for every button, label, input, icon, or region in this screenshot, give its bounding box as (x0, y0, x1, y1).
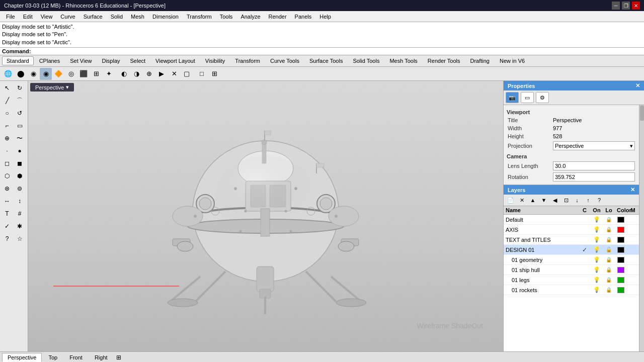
tool-rotate2[interactable]: ↺ (14, 107, 26, 119)
tool-question[interactable]: ? (1, 233, 13, 245)
menu-analyze[interactable]: Analyze (236, 13, 264, 21)
layer-row[interactable]: TEXT and TITLES 💡 🔒 (504, 235, 639, 245)
layer-import-btn[interactable]: ↓ (572, 196, 582, 205)
menu-dimension[interactable]: Dimension (148, 13, 183, 21)
viewport-expand-icon[interactable]: ⊞ (114, 353, 123, 362)
layer-on-cell[interactable]: 💡 (591, 216, 603, 223)
prop-lens-input[interactable]: 30.0 (553, 161, 635, 170)
menu-file[interactable]: File (2, 13, 19, 21)
tool-arc[interactable]: ⌒ (14, 95, 26, 107)
layers-close-icon[interactable]: ✕ (630, 187, 635, 193)
layer-color-cell[interactable] (615, 257, 627, 263)
layer-row[interactable]: 01 rockets 💡 🔒 (504, 285, 639, 295)
viewport-area[interactable]: Perspective ▾ (28, 81, 503, 351)
tool-draw-line[interactable]: ╱ (1, 95, 13, 107)
layer-row[interactable]: Default 💡 🔒 (504, 215, 639, 225)
layer-row[interactable]: AXIS 💡 🔒 (504, 225, 639, 235)
tool-circle[interactable]: ⬤ (15, 68, 27, 80)
menu-surface[interactable]: Surface (79, 13, 107, 21)
right-panel-scrollbar[interactable] (639, 105, 644, 351)
tool-polyline[interactable]: ⌐ (1, 120, 13, 132)
layer-lock-cell[interactable]: 🔒 (603, 237, 615, 242)
tool-arrow[interactable]: ↖ (1, 82, 13, 94)
prop-tab-camera[interactable]: 📷 (506, 92, 519, 103)
toolbar-tab-transform[interactable]: Transform (230, 56, 265, 65)
toolbar-tab-curvetools[interactable]: Curve Tools (266, 56, 304, 65)
layer-on-cell[interactable]: 💡 (591, 277, 603, 283)
tool-deselect[interactable]: ✕ (168, 68, 180, 80)
menu-solid[interactable]: Solid (107, 13, 127, 21)
toolbar-tab-setview[interactable]: Set View (65, 56, 96, 65)
tool-dot[interactable]: ● (14, 145, 26, 157)
toolbar-tab-standard[interactable]: Standard (2, 56, 34, 65)
toolbar-tab-viewport[interactable]: Viewport Layout (151, 56, 200, 65)
tool-point[interactable]: · (1, 145, 13, 157)
prop-projection-select[interactable]: Perspective ▾ (553, 141, 635, 150)
tool-mesh2[interactable]: ⊚ (14, 183, 26, 195)
tool-sphere2[interactable]: ◐ (118, 68, 130, 80)
layer-filter-btn[interactable]: ⊡ (561, 196, 571, 205)
layer-row[interactable]: 01 ship hull 💡 🔒 (504, 265, 639, 275)
layer-color-cell[interactable] (615, 247, 627, 253)
layer-lock-cell[interactable]: 🔓 (603, 247, 615, 252)
prop-rotation-input[interactable]: 359.752 (553, 172, 635, 182)
vp-tab-front[interactable]: Front (64, 353, 88, 362)
toolbar-tab-surfacetools[interactable]: Surface Tools (305, 56, 347, 65)
toolbar-tab-visibility[interactable]: Visibility (201, 56, 230, 65)
layer-color-cell[interactable] (615, 217, 627, 223)
vp-tab-right[interactable]: Right (89, 353, 113, 362)
command-input[interactable] (33, 48, 642, 54)
toolbar-tab-select[interactable]: Select (126, 56, 150, 65)
layer-on-cell[interactable]: 💡 (591, 266, 603, 273)
menu-panels[interactable]: Panels (291, 13, 316, 21)
tool-mesh1[interactable]: ⊛ (1, 183, 13, 195)
tool-plus[interactable]: ⊞ (208, 68, 220, 80)
layer-new-btn[interactable]: 📄 (506, 196, 516, 205)
menu-curve[interactable]: Curve (56, 13, 79, 21)
vp-tab-perspective[interactable]: Perspective (2, 353, 42, 362)
layer-lock-cell[interactable]: 🔒 (603, 217, 615, 222)
layer-on-cell[interactable]: 💡 (591, 287, 603, 293)
toolbar-tab-drafting[interactable]: Drafting (465, 56, 494, 65)
layer-expand-btn[interactable]: ◀ (550, 196, 560, 205)
tool-rect-draw[interactable]: ▭ (14, 120, 26, 132)
tool-render-on[interactable]: ▶ (155, 68, 168, 80)
layer-color-cell[interactable] (615, 267, 627, 273)
tool-rect-viewport[interactable]: □ (196, 68, 208, 80)
menu-mesh[interactable]: Mesh (127, 13, 148, 21)
layer-lock-cell[interactable]: 🔒 (603, 277, 615, 283)
layer-on-cell[interactable]: 💡 (591, 246, 603, 253)
layer-color-cell[interactable] (615, 277, 627, 283)
tool-render-sphere[interactable]: 🔶 (52, 68, 64, 80)
menu-edit[interactable]: Edit (19, 13, 37, 21)
toolbar-tab-display[interactable]: Display (97, 56, 124, 65)
layer-color-cell[interactable] (615, 237, 627, 243)
tool-surface1[interactable]: ◻ (1, 157, 13, 169)
tool-3d1[interactable]: ⬡ (1, 170, 13, 182)
tool-globe[interactable]: 🌐 (2, 68, 14, 80)
tool-quad[interactable]: ⊕ (143, 68, 155, 80)
tool-star[interactable]: ☆ (14, 233, 26, 245)
tool-shaded[interactable]: ◉ (40, 68, 52, 80)
tool-circle-draw[interactable]: ○ (1, 107, 13, 119)
viewport-header[interactable]: Perspective ▾ (30, 83, 74, 92)
tool-zoom-in[interactable]: ⊕ (1, 132, 13, 144)
layer-lock-cell[interactable]: 🔒 (603, 257, 615, 262)
toolbar-tab-newinv6[interactable]: New in V6 (495, 56, 529, 65)
layer-lock-cell[interactable]: 🔒 (603, 287, 615, 293)
minimize-button[interactable]: ─ (612, 2, 620, 10)
tool-half[interactable]: ◑ (130, 68, 142, 80)
layer-delete-btn[interactable]: ✕ (517, 196, 527, 205)
tool-grid2[interactable]: # (14, 208, 26, 220)
tool-squiggle[interactable]: 〜 (14, 132, 26, 144)
tool-check[interactable]: ✓ (1, 220, 13, 232)
tool-flat[interactable]: ⬛ (77, 68, 90, 80)
layer-color-cell[interactable] (615, 287, 627, 293)
tool-sphere[interactable]: ◉ (27, 68, 39, 80)
scrollbar-thumb[interactable] (640, 106, 644, 121)
tool-3d2[interactable]: ⬢ (14, 170, 26, 182)
tool-render2[interactable]: ◎ (65, 68, 77, 80)
layer-on-cell[interactable]: 💡 (591, 256, 603, 263)
tool-grid[interactable]: ⊞ (90, 68, 102, 80)
layer-down-btn[interactable]: ▼ (539, 196, 549, 205)
